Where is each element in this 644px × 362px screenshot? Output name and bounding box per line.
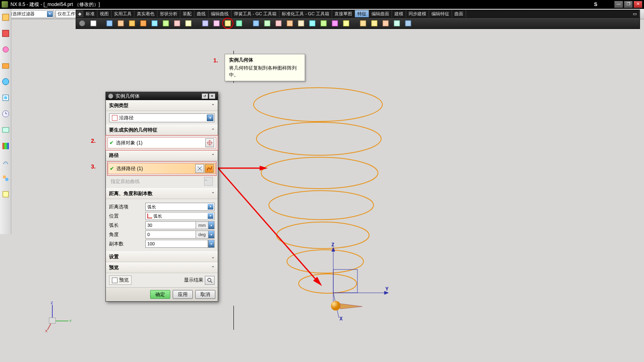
revolve-icon[interactable] (116, 19, 125, 28)
arc-length-input[interactable]: 30 (145, 221, 196, 229)
section-settings[interactable]: 设置 ⌄ (106, 251, 218, 262)
scale-icon[interactable] (212, 19, 221, 28)
path-icon[interactable] (205, 164, 214, 173)
show-result-button[interactable] (205, 276, 215, 285)
section-instance-type[interactable]: 实例类型 ⌃ (106, 100, 218, 111)
assembly-navigator-icon[interactable] (1, 29, 10, 38)
dialog-reset-button[interactable]: ↺ (202, 93, 208, 99)
shell-icon[interactable] (308, 19, 317, 28)
spinner-icon[interactable]: ▾ (208, 221, 215, 229)
split-icon[interactable] (285, 19, 294, 28)
section-params[interactable]: 距离、角度和副本数 ⌃ (106, 188, 218, 199)
spinner-icon[interactable]: ▾ (208, 240, 215, 248)
restore-button[interactable]: ❐ (624, 1, 633, 8)
ribbon-tab[interactable]: 同步建模 (406, 10, 429, 17)
copies-input[interactable]: 100 (145, 240, 208, 248)
chamfer-icon[interactable] (370, 19, 379, 28)
settings-icon[interactable] (78, 19, 87, 28)
hd3d-icon[interactable] (1, 77, 10, 86)
rib-icon[interactable] (184, 19, 193, 28)
minimize-button[interactable]: — (614, 1, 623, 8)
part-navigator-icon[interactable] (1, 13, 10, 22)
thread-icon[interactable] (201, 19, 210, 28)
dialog-titlebar[interactable]: 实例几何体 ↺ ✕ (106, 92, 218, 100)
pocket-icon[interactable] (150, 19, 159, 28)
draft-icon[interactable] (330, 19, 339, 28)
ribbon-tab-feature[interactable]: 特征 (355, 10, 369, 17)
ok-button[interactable]: 确定 (150, 290, 170, 299)
ribbon-collapse-icon[interactable]: ▭ (630, 10, 640, 17)
distance-option-combo[interactable]: 弧长 ▾ (145, 203, 215, 211)
ribbon-tab[interactable]: 标准化工具 - GC 工具箱 (279, 10, 332, 17)
angle-input[interactable]: 0 (145, 230, 196, 239)
history-icon[interactable] (1, 109, 10, 118)
pattern-icon[interactable] (235, 19, 244, 28)
help-icon[interactable] (1, 190, 10, 199)
gear-icon (108, 94, 113, 99)
ribbon-tab[interactable]: 曲面 (452, 10, 466, 17)
emboss-icon[interactable] (173, 19, 182, 28)
reuse-library-icon[interactable] (1, 61, 10, 70)
ribbon-tab[interactable]: 曲线 (194, 10, 208, 17)
select-object-row[interactable]: ✔ 选择对象 (1) (107, 137, 216, 148)
offset-icon[interactable] (319, 19, 328, 28)
trim-icon[interactable] (297, 19, 305, 28)
position-combo[interactable]: 弧长 ▾ (145, 212, 215, 220)
ribbon-tab[interactable]: 编辑曲面 (369, 10, 392, 17)
edge-blend-icon[interactable] (359, 19, 367, 28)
ribbon-menu-icon[interactable]: ◆ (76, 10, 83, 17)
path-icon (112, 115, 118, 121)
roles-icon[interactable] (1, 158, 10, 167)
mirror-icon[interactable] (404, 19, 413, 28)
svg-rect-50 (264, 21, 270, 26)
unite-icon[interactable] (252, 19, 260, 28)
ribbon-tab[interactable]: 形状分析 (157, 10, 180, 17)
preview-checkbox[interactable] (112, 278, 118, 283)
ribbon-tab[interactable]: 标准 (83, 10, 97, 17)
pad-icon[interactable] (161, 19, 170, 28)
blend-icon[interactable] (342, 19, 351, 28)
apply-button[interactable]: 应用 (173, 290, 193, 299)
intersect-icon[interactable] (274, 19, 283, 28)
sketch-icon[interactable] (89, 19, 98, 28)
close-button[interactable]: ✕ (634, 1, 642, 8)
svg-rect-34 (3, 191, 8, 197)
subtract-icon[interactable] (263, 19, 272, 28)
wrap-icon[interactable] (392, 19, 401, 28)
ribbon-tab[interactable]: 实用工具 (111, 10, 134, 17)
instance-type-combo[interactable]: 沿路径 ▾ (109, 113, 215, 122)
system-icon[interactable] (1, 174, 10, 183)
svg-rect-36 (91, 21, 96, 26)
select-target-icon[interactable] (205, 138, 214, 147)
curve-rule-icon[interactable] (195, 164, 204, 173)
browser-icon[interactable] (1, 93, 10, 102)
ribbon-tab[interactable]: 视图 (97, 10, 111, 17)
cancel-button[interactable]: 取消 (195, 290, 215, 299)
face-blend-icon[interactable] (381, 19, 390, 28)
extrude-icon[interactable] (105, 19, 114, 28)
select-path-row[interactable]: ✔ 选择路径 (1) (108, 163, 216, 174)
process-icon[interactable] (1, 125, 10, 134)
ribbon-tab[interactable]: 真实着色 (134, 10, 157, 17)
titlebar: NX 8.5 - 建模 - [_model54.prt （修改的）] S — ❐… (0, 0, 644, 9)
ribbon-tab[interactable]: 弹簧工具 - GC 工具箱 (231, 10, 279, 17)
callout-line (233, 306, 234, 330)
ribbon-tab[interactable]: 编辑曲线 (208, 10, 231, 17)
constraint-navigator-icon[interactable] (1, 45, 10, 54)
preview-label: 预览 (119, 277, 129, 284)
svg-rect-43 (174, 21, 180, 26)
ribbon-tab[interactable]: 编辑特征 (429, 10, 452, 17)
ribbon-tab[interactable]: 建模 (392, 10, 406, 17)
instance-geometry-icon[interactable] (223, 19, 232, 28)
boss-icon[interactable] (139, 19, 148, 28)
section-geometry[interactable]: 要生成实例的几何特征 ⌃ (106, 125, 218, 136)
section-path[interactable]: 路径 ⌃ (106, 150, 218, 161)
ribbon-tab[interactable]: 直接草图 (332, 10, 355, 17)
layers-icon[interactable] (1, 142, 10, 150)
spinner-icon[interactable]: ▾ (208, 230, 215, 239)
dialog-close-button[interactable]: ✕ (209, 93, 215, 99)
section-preview[interactable]: 预览 ⌃ (106, 262, 218, 273)
hole-icon[interactable] (128, 19, 136, 28)
ribbon-tab[interactable]: 装配 (180, 10, 194, 17)
check-icon: ✔ (110, 166, 114, 171)
